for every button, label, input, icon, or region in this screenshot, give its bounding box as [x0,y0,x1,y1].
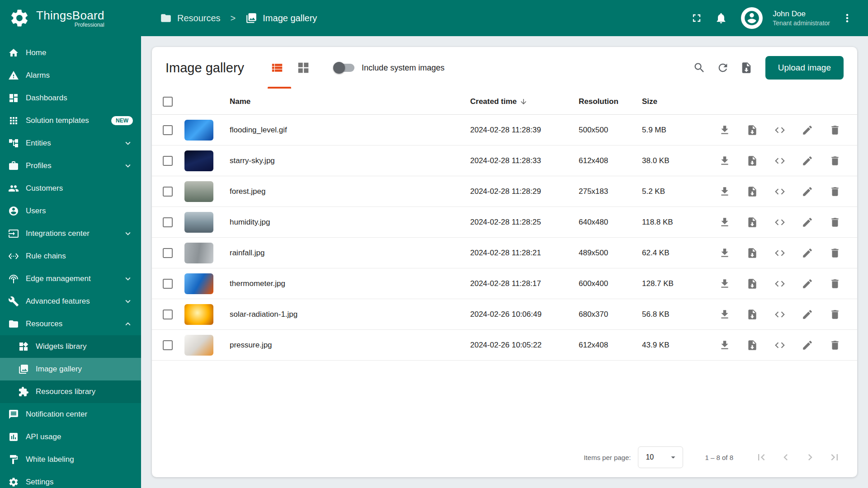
row-checkbox[interactable] [163,340,173,350]
image-thumbnail[interactable] [184,273,213,294]
table-row[interactable]: rainfall.jpg 2024-02-28 11:28:21 489x500… [152,238,857,268]
sidebar-item-widgets-library[interactable]: Widgets library [0,335,141,358]
download-button[interactable] [715,274,734,293]
embed-image-button[interactable] [770,305,789,324]
sidebar-item-alarms[interactable]: Alarms [0,64,141,87]
row-checkbox[interactable] [163,125,173,135]
embed-image-button[interactable] [770,121,789,140]
fullscreen-button[interactable] [687,8,707,28]
table-row[interactable]: starry-sky.jpg 2024-02-28 11:28:33 612x4… [152,145,857,176]
edit-button[interactable] [798,121,817,140]
first-page-button[interactable] [751,447,771,467]
embed-image-button[interactable] [770,182,789,201]
export-images-button[interactable] [736,58,756,78]
delete-button[interactable] [826,244,844,263]
breadcrumb-image-gallery[interactable]: Image gallery [245,12,317,24]
include-system-images-toggle[interactable]: Include system images [335,63,444,73]
download-button[interactable] [715,305,734,324]
row-checkbox[interactable] [163,279,173,289]
list-view-button[interactable] [268,58,287,77]
export-file-button[interactable] [743,244,762,263]
notifications-button[interactable] [711,8,731,28]
next-page-button[interactable] [800,447,820,467]
row-checkbox[interactable] [163,310,173,319]
sidebar-item-rule-chains[interactable]: Rule chains [0,245,141,267]
sidebar-item-integrations-center[interactable]: Integrations center [0,222,141,245]
column-header-created-time[interactable]: Created time [470,97,579,106]
image-thumbnail[interactable] [184,304,213,325]
sidebar-item-home[interactable]: Home [0,42,141,64]
embed-image-button[interactable] [770,274,789,293]
edit-button[interactable] [798,305,817,324]
export-file-button[interactable] [743,121,762,140]
avatar[interactable] [741,7,763,29]
image-thumbnail[interactable] [184,150,213,171]
items-per-page-select[interactable]: 10 [638,446,683,468]
search-button[interactable] [689,58,709,78]
download-button[interactable] [715,121,734,140]
sidebar-item-users[interactable]: Users [0,200,141,222]
embed-image-button[interactable] [770,336,789,355]
sidebar-item-settings[interactable]: Settings [0,471,141,488]
download-button[interactable] [715,213,734,232]
row-checkbox[interactable] [163,187,173,197]
delete-button[interactable] [826,182,844,201]
embed-image-button[interactable] [770,151,789,170]
row-checkbox[interactable] [163,248,173,258]
download-button[interactable] [715,182,734,201]
row-checkbox[interactable] [163,156,173,166]
row-checkbox[interactable] [163,217,173,227]
delete-button[interactable] [826,121,844,140]
export-file-button[interactable] [743,151,762,170]
download-button[interactable] [715,336,734,355]
sidebar-item-solution-templates[interactable]: Solution templatesNEW [0,109,141,132]
image-thumbnail[interactable] [184,120,213,141]
delete-button[interactable] [826,305,844,324]
column-header-name[interactable]: Name [230,97,470,106]
sidebar-item-entities[interactable]: Entities [0,132,141,155]
table-row[interactable]: forest.jpeg 2024-02-28 11:28:29 275x183 … [152,176,857,207]
sidebar-item-resources[interactable]: Resources [0,313,141,335]
image-thumbnail[interactable] [184,212,213,233]
export-file-button[interactable] [743,305,762,324]
select-all-checkbox[interactable] [163,97,173,107]
export-file-button[interactable] [743,213,762,232]
export-file-button[interactable] [743,182,762,201]
export-file-button[interactable] [743,274,762,293]
image-thumbnail[interactable] [184,335,213,356]
edit-button[interactable] [798,213,817,232]
grid-view-button[interactable] [294,58,313,77]
sidebar-item-notification-center[interactable]: Notification center [0,403,141,426]
edit-button[interactable] [798,274,817,293]
table-row[interactable]: solar-radiation-1.jpg 2024-02-26 10:06:4… [152,299,857,330]
sidebar-item-api-usage[interactable]: API usage [0,426,141,448]
toggle-switch[interactable] [335,64,354,72]
edit-button[interactable] [798,151,817,170]
table-row[interactable]: humidity.jpg 2024-02-28 11:28:25 640x480… [152,207,857,238]
table-row[interactable]: flooding_level.gif 2024-02-28 11:28:39 5… [152,115,857,145]
edit-button[interactable] [798,244,817,263]
sidebar-item-customers[interactable]: Customers [0,177,141,200]
download-button[interactable] [715,244,734,263]
refresh-button[interactable] [713,58,733,78]
download-button[interactable] [715,151,734,170]
last-page-button[interactable] [825,447,844,467]
delete-button[interactable] [826,336,844,355]
table-row[interactable]: pressure.jpg 2024-02-26 10:05:22 612x408… [152,330,857,361]
export-file-button[interactable] [743,336,762,355]
breadcrumb-resources[interactable]: Resources [160,12,221,24]
embed-image-button[interactable] [770,213,789,232]
sidebar-item-profiles[interactable]: Profiles [0,155,141,177]
image-thumbnail[interactable] [184,243,213,263]
embed-image-button[interactable] [770,244,789,263]
delete-button[interactable] [826,213,844,232]
sidebar-item-advanced-features[interactable]: Advanced features [0,290,141,313]
image-thumbnail[interactable] [184,181,213,202]
edit-button[interactable] [798,336,817,355]
sidebar-item-image-gallery[interactable]: Image gallery [0,358,141,380]
prev-page-button[interactable] [776,447,796,467]
sidebar-item-resources-library[interactable]: Resources library [0,380,141,403]
user-menu-button[interactable] [837,8,857,28]
upload-image-button[interactable]: Upload image [765,56,844,80]
thingsboard-logo-icon[interactable] [9,8,30,28]
